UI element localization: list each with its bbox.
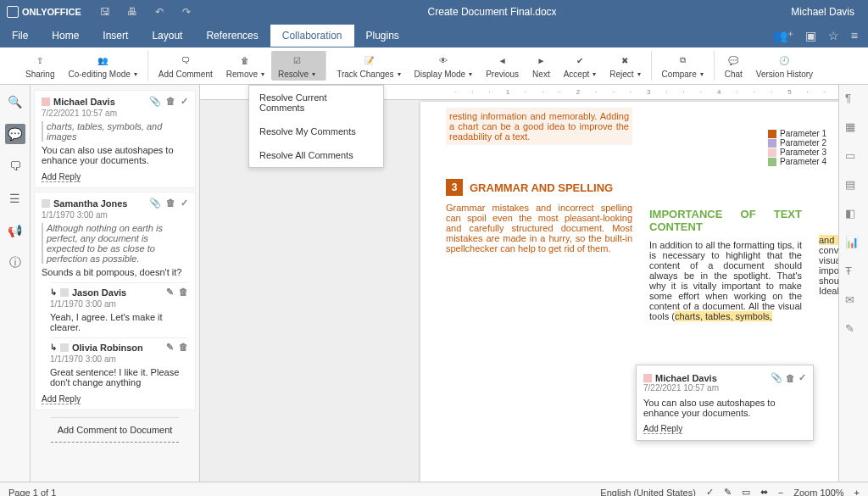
favorite-icon[interactable]: ☆ [828,29,839,42]
undo-icon[interactable]: ↶ [153,5,166,19]
zoom-out-icon[interactable]: − [778,488,783,497]
paragraph-settings-icon[interactable]: ¶ [845,92,862,109]
tab-file[interactable]: File [0,25,40,47]
edit-icon[interactable]: ✎ [166,287,174,298]
menu-resolve-current-comments[interactable]: Resolve Current Comments [249,86,383,120]
ribbon-previous[interactable]: ◄Previous [479,51,526,81]
ribbon-reject[interactable]: ✖Reject [603,51,651,81]
delete-icon[interactable]: 🗑 [179,287,188,298]
menu-resolve-all-comments[interactable]: Resolve All Comments [249,143,383,167]
menu-resolve-my-comments[interactable]: Resolve My Comments [249,120,383,143]
comment-quote: charts, tables, symbols, and images [42,121,188,142]
ribbon-accept[interactable]: ✔Accept [557,51,604,81]
ribbon-remove[interactable]: 🗑Remove [220,51,271,81]
section-number: 3 [446,179,463,196]
ribbon-co-editing-mode[interactable]: 👥Co-editing Mode [61,51,147,81]
tab-insert[interactable]: Insert [91,25,140,47]
tab-collaboration[interactable]: Collaboration [270,25,354,47]
navigation-icon[interactable]: ☰ [5,188,25,209]
signature-icon[interactable]: ✎ [845,322,862,339]
coedit-icon: 👥 [94,53,111,68]
tab-references[interactable]: References [194,25,270,47]
ribbon-add-comment[interactable]: 🗨Add Comment [152,51,220,81]
tab-home[interactable]: Home [40,25,91,47]
fit-width-icon[interactable]: ⬌ [760,487,768,496]
column-left: resting information and memorably. Addin… [446,199,632,323]
resolve-check-icon[interactable]: ✓ [798,372,806,383]
page-indicator[interactable]: Page 1 of 1 [8,488,56,497]
author-color-icon [42,98,50,106]
float-add-reply[interactable]: Add Reply [643,424,682,434]
edit-icon[interactable]: ✎ [166,342,174,353]
current-user[interactable]: Michael Davis [791,6,854,18]
print-icon[interactable]: 🖶 [125,5,139,19]
legend-item: Parameter 3 [768,148,826,157]
more-icon[interactable]: ≡ [851,29,858,42]
fit-page-icon[interactable]: ▭ [742,487,750,496]
ribbon-sharing[interactable]: ⇪Sharing [19,51,61,81]
ribbon-compare[interactable]: ⧉Compare [655,51,715,81]
legend-label: Parameter 4 [780,157,826,166]
shape-settings-icon[interactable]: ◧ [845,207,862,224]
delete-icon[interactable]: 🗑 [166,96,175,107]
quote-source: "Words Ayn Rand, Ru [819,304,838,323]
comment-item[interactable]: Michael Davis📎🗑✓7/22/2021 10:57 amcharts… [34,90,196,188]
add-reply-link[interactable]: Add Reply [42,172,81,182]
reply-author: Olivia Robinson [72,343,143,353]
section-title: GRAMMAR AND SPELLING [470,181,613,194]
zoom-in-icon[interactable]: + [854,488,860,497]
ribbon-track-changes[interactable]: 📝Track Changes [330,51,407,81]
reply-author: Jason Davis [72,287,126,298]
mail-merge-icon[interactable]: ✉ [845,293,862,310]
chart-settings-icon[interactable]: 📊 [845,236,862,253]
comment-item[interactable]: Samantha Jones📎🗑✓1/1/1970 3:00 amAlthoug… [34,192,196,410]
feedback-icon[interactable]: 📢 [5,220,25,241]
ribbon-resolve[interactable]: ☑Resolve [271,51,326,81]
ribbon-next[interactable]: ►Next [526,51,557,81]
ribbon-display-mode[interactable]: 👁Display Mode [408,51,480,81]
resolve-check-icon[interactable]: ✓ [181,96,188,107]
language-selector[interactable]: English (United States) [600,488,696,497]
open-location-icon[interactable]: ▣ [805,29,816,42]
app-name: ONLYOFFICE [22,7,81,17]
track-changes-status-icon[interactable]: ✎ [724,487,732,496]
table-settings-icon[interactable]: ▦ [845,120,862,137]
author-color-icon [42,199,50,208]
attach-icon[interactable]: 📎 [149,198,161,209]
col3-highlight: and images [819,235,838,245]
about-icon[interactable]: ⓘ [5,253,25,273]
legend-item: Parameter 1 [768,129,826,138]
ribbon-version-history[interactable]: 🕘Version History [749,51,820,81]
col2-body: In addition to all the formatting tips, … [649,240,802,321]
ribbon-label: Reject [609,70,640,79]
right-toolbar: ¶ ▦ ▭ ▤ ◧ 📊 Ŧ ✉ ✎ [838,85,868,482]
delete-icon[interactable]: 🗑 [179,342,188,353]
spellcheck-icon[interactable]: ✓ [706,487,714,496]
search-icon[interactable]: 🔍 [5,92,25,112]
comments-icon[interactable]: 💬 [5,124,25,144]
delete-icon[interactable]: 🗑 [786,373,795,383]
reject-icon: ✖ [616,53,633,68]
image-settings-icon[interactable]: ▭ [845,149,862,166]
add-reply-link[interactable]: Add Reply [42,394,81,404]
tab-layout[interactable]: Layout [140,25,194,47]
ribbon-chat[interactable]: 💬Chat [718,51,749,81]
status-bar: Page 1 of 1 English (United States) ✓ ✎ … [0,482,868,496]
float-text: You can also use autoshapes to enhance y… [643,398,806,418]
floating-comment-popup: Michael Davis 📎 🗑 ✓ 7/22/2021 10:57 am Y… [636,365,814,441]
redo-icon[interactable]: ↷ [180,5,193,19]
attach-icon[interactable]: 📎 [149,96,161,107]
delete-icon[interactable]: 🗑 [166,198,175,209]
attach-icon[interactable]: 📎 [771,372,782,383]
header-footer-icon[interactable]: ▤ [845,178,862,195]
chat-panel-icon[interactable]: 🗨 [5,156,25,176]
legend-item: Parameter 4 [768,157,826,166]
zoom-level[interactable]: Zoom 100% [793,488,843,497]
tab-plugins[interactable]: Plugins [354,25,411,47]
add-user-icon[interactable]: 👥⁺ [773,29,793,42]
add-comment-to-document[interactable]: Add Comment to Document [51,417,180,443]
text-art-icon[interactable]: Ŧ [845,265,862,281]
save-icon[interactable]: 🖫 [98,5,112,19]
pie-chart: Parameter 1Parameter 2Parameter 3Paramet… [768,110,838,195]
resolve-check-icon[interactable]: ✓ [181,198,188,209]
